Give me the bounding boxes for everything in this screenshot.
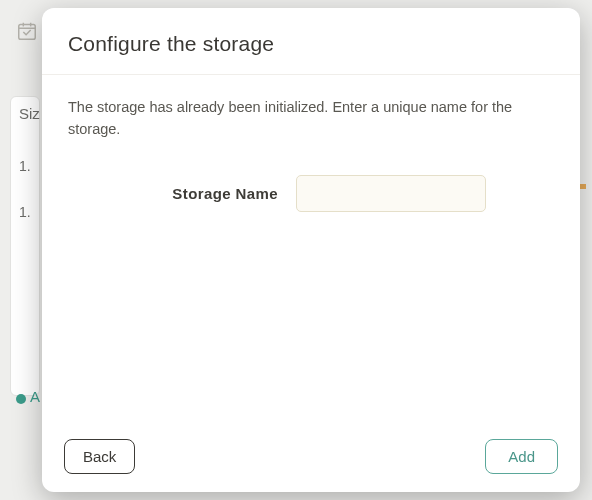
storage-name-label: Storage Name: [128, 185, 278, 202]
modal-body: The storage has already been initialized…: [42, 75, 580, 425]
background-accent-bar: [580, 184, 586, 189]
svg-rect-0: [19, 25, 36, 40]
modal-header: Configure the storage: [42, 8, 580, 75]
modal-footer: Back Add: [42, 425, 580, 492]
configure-storage-modal: Configure the storage The storage has al…: [42, 8, 580, 492]
modal-description: The storage has already been initialized…: [68, 97, 554, 141]
storage-name-field-row: Storage Name: [68, 175, 554, 212]
calendar-icon: [16, 20, 38, 42]
add-button[interactable]: Add: [485, 439, 558, 474]
back-button[interactable]: Back: [64, 439, 135, 474]
status-dot-icon: [16, 394, 26, 404]
storage-name-input[interactable]: [296, 175, 486, 212]
background-accent-text: A: [30, 388, 40, 405]
background-side-panel: Siz 1. 1.: [10, 96, 40, 396]
modal-title: Configure the storage: [68, 32, 554, 56]
